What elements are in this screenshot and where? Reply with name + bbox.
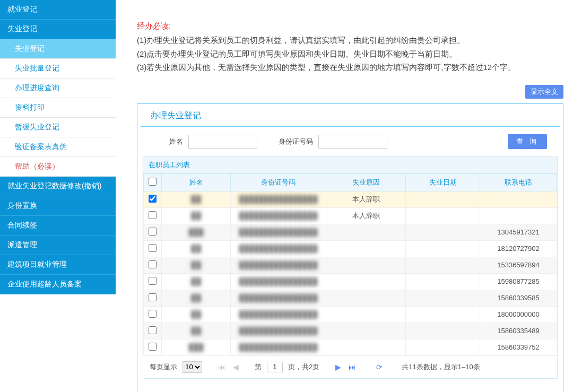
row-checkbox[interactable] — [149, 326, 157, 334]
notice-line-3: (3)若失业原因为其他，无需选择失业原因的类型，直接在失业原因的地方填写内容即可… — [137, 60, 563, 74]
cell-id: ████████████████ — [239, 261, 317, 269]
cell-phone: 18120727902 — [480, 240, 557, 257]
prev-page-icon[interactable]: ◀ — [232, 363, 240, 371]
sidebar-item-12[interactable]: 派遣管理 — [0, 236, 116, 255]
cell-reason — [326, 240, 406, 257]
sidebar: 就业登记失业登记失业登记失业批量登记办理进度查询资料打印暂缓失业登记验证备案表真… — [0, 0, 116, 392]
cell-reason — [326, 306, 406, 323]
cell-reason — [326, 257, 406, 273]
cell-name: ███ — [189, 343, 204, 351]
cell-date — [406, 323, 480, 339]
sidebar-item-13[interactable]: 建筑项目就业管理 — [0, 255, 116, 275]
sidebar-item-6[interactable]: 暂缓失业登记 — [0, 118, 116, 137]
table-row[interactable]: ██████████████████本人辞职 — [144, 207, 557, 224]
sidebar-item-5[interactable]: 资料打印 — [0, 98, 116, 118]
cell-name: ██ — [191, 310, 201, 318]
cell-reason: 本人辞职 — [326, 191, 406, 207]
employee-table: 姓名 身份证号码 失业原因 失业日期 联系电话 ████████████████… — [143, 173, 557, 356]
sidebar-item-3[interactable]: 失业批量登记 — [0, 59, 116, 79]
page-prefix: 第 — [255, 362, 262, 372]
cell-name: ██ — [191, 195, 201, 203]
row-checkbox[interactable] — [149, 228, 157, 236]
table-row[interactable]: ██████████████████18120727902 — [144, 240, 557, 257]
last-page-icon[interactable]: ⏭ — [348, 363, 357, 371]
employee-list: 在职员工列表 姓名 身份证号码 失业原因 失业日期 联系电话 █████████… — [143, 156, 558, 379]
cell-reason — [326, 224, 406, 240]
col-name: 姓名 — [162, 173, 231, 191]
cell-id: ████████████████ — [239, 310, 317, 318]
query-button[interactable]: 查 询 — [508, 134, 547, 149]
row-checkbox[interactable] — [149, 343, 157, 351]
pager-summary: 共11条数据，显示1–10条 — [402, 362, 480, 372]
table-row[interactable]: ██████████████████15860335489 — [144, 323, 557, 339]
refresh-icon[interactable]: ⟳ — [375, 363, 384, 371]
table-row[interactable]: ██████████████████15860339585 — [144, 290, 557, 306]
panel: 办理失业登记 姓名 身份证号码 查 询 在职员工列表 姓名 身份证号码 — [137, 103, 563, 393]
row-checkbox[interactable] — [149, 211, 157, 219]
sidebar-item-9[interactable]: 就业失业登记数据修改(撤销) — [0, 177, 116, 196]
col-reason: 失业原因 — [326, 173, 406, 191]
cell-phone: 18000000000 — [480, 306, 557, 323]
per-page-select[interactable]: 10 — [183, 361, 202, 373]
row-checkbox[interactable] — [149, 277, 157, 285]
sidebar-item-7[interactable]: 验证备案表真伪 — [0, 137, 116, 157]
cell-name: ██ — [191, 212, 201, 220]
filter-row: 姓名 身份证号码 查 询 — [137, 134, 563, 156]
table-row[interactable]: ██████████████████本人辞职 — [144, 191, 557, 207]
select-all-checkbox[interactable] — [149, 178, 157, 186]
sidebar-item-11[interactable]: 合同续签 — [0, 216, 116, 236]
pager: 每页显示 10 ⏮ ◀ 第 页，共2页 ▶ ⏭ ⟳ 共11条数据，显示1–10条 — [143, 356, 557, 378]
sidebar-item-14[interactable]: 企业使用超龄人员备案 — [0, 275, 116, 294]
cell-phone: 13045917321 — [480, 224, 557, 240]
sidebar-item-4[interactable]: 办理进度查询 — [0, 79, 116, 98]
sidebar-item-1[interactable]: 失业登记 — [0, 20, 116, 39]
table-row[interactable]: ██████████████████15336597894 — [144, 257, 557, 273]
notice-title: 经办必读: — [137, 21, 563, 31]
col-phone: 联系电话 — [480, 173, 557, 191]
cell-phone: 15860335489 — [480, 323, 557, 339]
cell-date — [406, 224, 480, 240]
notice-line-2: (2)点击要办理失业登记的员工即可填写失业原因和失业日期。失业日期不能晚于当前日… — [137, 47, 563, 61]
cell-reason — [326, 273, 406, 290]
show-full-button[interactable]: 显示全文 — [525, 85, 563, 99]
cell-name: ███ — [189, 228, 204, 236]
cell-date — [406, 290, 480, 306]
next-page-icon[interactable]: ▶ — [334, 363, 342, 371]
per-page-label: 每页显示 — [150, 362, 177, 372]
sidebar-item-2[interactable]: 失业登记 — [0, 39, 116, 59]
panel-title: 办理失业登记 — [141, 104, 560, 127]
main-content: 经办必读: (1)办理失业登记将关系到员工的切身利益，请认真据实填写，由此引起的… — [116, 0, 573, 392]
id-input[interactable] — [318, 135, 387, 149]
name-input[interactable] — [188, 135, 257, 149]
sidebar-item-10[interactable]: 身份置换 — [0, 196, 116, 216]
sidebar-item-0[interactable]: 就业登记 — [0, 0, 116, 20]
row-checkbox[interactable] — [149, 260, 157, 268]
table-row[interactable]: ███████████████████15860339752 — [144, 339, 557, 355]
row-checkbox[interactable] — [149, 310, 157, 318]
cell-name: ██ — [191, 294, 201, 302]
table-row[interactable]: ██████████████████15980877285 — [144, 273, 557, 290]
sidebar-item-8[interactable]: 帮助（必读） — [0, 157, 116, 177]
cell-id: ████████████████ — [239, 343, 317, 351]
table-row[interactable]: ██████████████████18000000000 — [144, 306, 557, 323]
list-caption: 在职员工列表 — [143, 157, 557, 173]
row-checkbox[interactable] — [149, 244, 157, 252]
col-date: 失业日期 — [406, 173, 480, 191]
cell-reason — [326, 323, 406, 339]
row-checkbox[interactable] — [149, 293, 157, 301]
cell-date — [406, 191, 480, 207]
first-page-icon[interactable]: ⏮ — [217, 363, 227, 371]
row-checkbox[interactable] — [149, 195, 157, 203]
cell-phone: 15860339585 — [480, 290, 557, 306]
cell-id: ████████████████ — [239, 195, 317, 203]
page-input[interactable] — [267, 362, 283, 372]
cell-phone: 15336597894 — [480, 257, 557, 273]
cell-id: ████████████████ — [239, 277, 317, 285]
table-row[interactable]: ███████████████████13045917321 — [144, 224, 557, 240]
cell-name: ██ — [191, 327, 201, 335]
cell-date — [406, 273, 480, 290]
cell-date — [406, 339, 480, 355]
cell-phone — [480, 207, 557, 224]
cell-id: ████████████████ — [239, 294, 317, 302]
cell-name: ██ — [191, 277, 201, 285]
